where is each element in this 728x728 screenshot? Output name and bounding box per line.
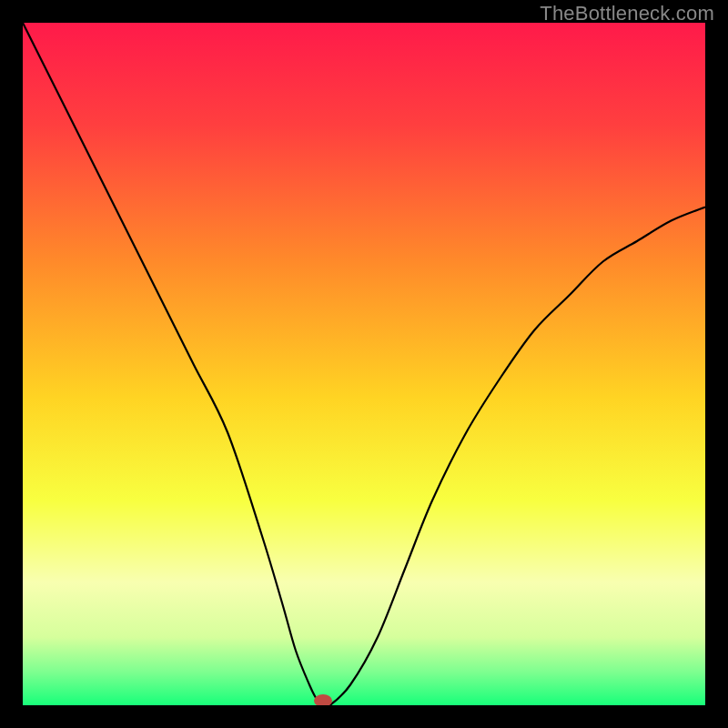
chart-svg <box>23 23 705 705</box>
gradient-background <box>23 23 705 705</box>
watermark-text: TheBottleneck.com <box>540 2 714 25</box>
plot-area <box>23 23 705 705</box>
chart-frame: TheBottleneck.com <box>0 0 728 728</box>
